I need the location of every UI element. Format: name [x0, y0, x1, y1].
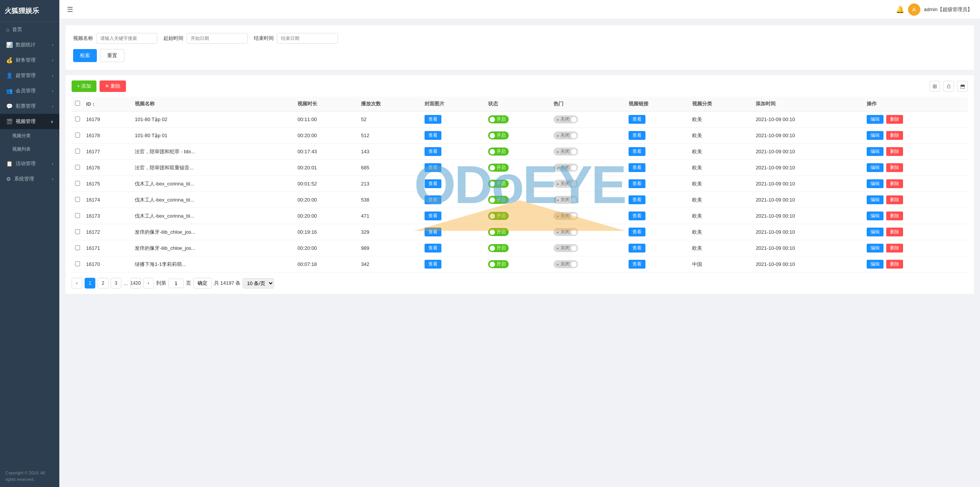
- delete-row-button[interactable]: 删除: [886, 244, 903, 253]
- sidebar-sub-item-video-list[interactable]: 视频列表: [0, 143, 59, 156]
- delete-row-button[interactable]: 删除: [886, 147, 903, 156]
- view-link-button[interactable]: 查看: [629, 228, 645, 236]
- notification-bell-icon[interactable]: 🔔: [896, 5, 904, 14]
- sidebar-sub-item-video-category[interactable]: 视频分类: [0, 129, 59, 143]
- edit-button[interactable]: 编辑: [867, 244, 884, 253]
- search-button[interactable]: 检索: [73, 49, 97, 62]
- view-cover-button[interactable]: 查看: [425, 131, 441, 140]
- page-2-button[interactable]: 2: [98, 278, 108, 289]
- goto-page-input[interactable]: [168, 279, 184, 288]
- view-link-button[interactable]: 查看: [629, 131, 645, 140]
- delete-row-button[interactable]: 删除: [886, 195, 903, 204]
- view-cover-button[interactable]: 查看: [425, 195, 441, 204]
- username-label[interactable]: admin【超级管理员】: [924, 6, 972, 13]
- row-checkbox[interactable]: [75, 213, 80, 218]
- hot-toggle[interactable]: ● 关闭: [554, 260, 578, 268]
- goto-confirm-button[interactable]: 确定: [193, 278, 212, 289]
- status-toggle[interactable]: 开启: [488, 260, 509, 268]
- edit-button[interactable]: 编辑: [867, 228, 884, 236]
- batch-delete-button[interactable]: ✕ 删除: [100, 80, 126, 92]
- view-link-button[interactable]: 查看: [629, 244, 645, 253]
- edit-button[interactable]: 编辑: [867, 115, 884, 124]
- view-cover-button[interactable]: 查看: [425, 244, 441, 253]
- view-link-button[interactable]: 查看: [629, 195, 645, 204]
- sidebar-item-lottery[interactable]: 💬 彩票管理 ›: [0, 98, 59, 114]
- page-3-button[interactable]: 3: [111, 278, 121, 289]
- end-time-input[interactable]: [277, 33, 338, 44]
- row-checkbox[interactable]: [75, 229, 80, 234]
- edit-button[interactable]: 编辑: [867, 195, 884, 204]
- delete-row-button[interactable]: 删除: [886, 212, 903, 220]
- row-checkbox[interactable]: [75, 133, 80, 138]
- sidebar-item-super[interactable]: 👤 超管管理 ›: [0, 68, 59, 83]
- sidebar-item-system[interactable]: ⚙ 系统管理 ›: [0, 171, 59, 187]
- view-cover-button[interactable]: 查看: [425, 147, 441, 156]
- view-cover-button[interactable]: 查看: [425, 228, 441, 236]
- edit-button[interactable]: 编辑: [867, 131, 884, 140]
- view-cover-button[interactable]: 查看: [425, 260, 441, 269]
- sidebar-item-activity[interactable]: 📋 活动管理 ›: [0, 156, 59, 171]
- row-checkbox[interactable]: [75, 261, 80, 266]
- delete-row-button[interactable]: 删除: [886, 115, 903, 124]
- view-link-button[interactable]: 查看: [629, 115, 645, 124]
- view-link-button[interactable]: 查看: [629, 260, 645, 269]
- row-checkbox[interactable]: [75, 245, 80, 250]
- edit-button[interactable]: 编辑: [867, 163, 884, 172]
- view-link-button[interactable]: 查看: [629, 147, 645, 156]
- status-toggle[interactable]: 开启: [488, 148, 509, 156]
- prev-page-button[interactable]: ‹: [72, 278, 82, 289]
- delete-row-button[interactable]: 删除: [886, 228, 903, 236]
- sidebar-item-finance[interactable]: 💰 财务管理 ›: [0, 52, 59, 68]
- reset-button[interactable]: 重置: [100, 49, 124, 62]
- per-page-select[interactable]: 10 条/页 20 条/页 50 条/页: [243, 278, 274, 289]
- status-toggle[interactable]: 开启: [488, 180, 509, 188]
- status-toggle[interactable]: 开启: [488, 196, 509, 204]
- status-toggle[interactable]: 开启: [488, 115, 509, 123]
- sidebar-item-video[interactable]: 🎬 视频管理 ∨: [0, 114, 59, 129]
- row-checkbox[interactable]: [75, 116, 80, 121]
- hot-toggle[interactable]: ● 关闭: [554, 115, 578, 123]
- hot-toggle[interactable]: ● 关闭: [554, 244, 578, 252]
- hot-toggle[interactable]: ● 关闭: [554, 196, 578, 204]
- hot-toggle[interactable]: ● 关闭: [554, 148, 578, 156]
- view-cover-button[interactable]: 查看: [425, 212, 441, 220]
- status-toggle[interactable]: 开启: [488, 244, 509, 252]
- status-toggle[interactable]: 开启: [488, 131, 509, 139]
- sidebar-item-stats[interactable]: 📊 数据统计 ›: [0, 37, 59, 52]
- sidebar-item-home[interactable]: ⌂ 首页: [0, 22, 59, 37]
- add-button[interactable]: + 添加: [72, 80, 96, 92]
- row-checkbox[interactable]: [75, 149, 80, 154]
- hot-toggle[interactable]: ● 关闭: [554, 131, 578, 139]
- view-link-button[interactable]: 查看: [629, 179, 645, 188]
- next-page-button[interactable]: ›: [143, 278, 154, 289]
- view-cover-button[interactable]: 查看: [425, 179, 441, 188]
- edit-button[interactable]: 编辑: [867, 179, 884, 188]
- delete-row-button[interactable]: 删除: [886, 131, 903, 140]
- view-link-button[interactable]: 查看: [629, 212, 645, 220]
- row-checkbox[interactable]: [75, 181, 80, 186]
- start-time-input[interactable]: [186, 33, 248, 44]
- column-setting-icon[interactable]: ⊞: [929, 81, 940, 92]
- status-toggle[interactable]: 开启: [488, 212, 509, 220]
- view-link-button[interactable]: 查看: [629, 163, 645, 172]
- select-all-checkbox[interactable]: [75, 101, 80, 106]
- row-checkbox[interactable]: [75, 165, 80, 170]
- print-icon[interactable]: ⎙: [943, 81, 954, 92]
- delete-row-button[interactable]: 删除: [886, 179, 903, 188]
- page-1-button[interactable]: 1: [85, 278, 95, 289]
- page-last-button[interactable]: 1420: [130, 278, 141, 289]
- hot-toggle[interactable]: ● 关闭: [554, 180, 578, 188]
- hot-toggle[interactable]: ● 关闭: [554, 228, 578, 236]
- row-checkbox[interactable]: [75, 197, 80, 202]
- hot-toggle[interactable]: ● 关闭: [554, 164, 578, 172]
- edit-button[interactable]: 编辑: [867, 260, 884, 269]
- view-cover-button[interactable]: 查看: [425, 163, 441, 172]
- sidebar-item-member[interactable]: 👥 会员管理 ›: [0, 83, 59, 98]
- delete-row-button[interactable]: 删除: [886, 260, 903, 269]
- hot-toggle[interactable]: ● 关闭: [554, 212, 578, 220]
- video-name-input[interactable]: [96, 33, 157, 44]
- edit-button[interactable]: 编辑: [867, 212, 884, 220]
- menu-toggle-icon[interactable]: ☰: [67, 5, 73, 14]
- delete-row-button[interactable]: 删除: [886, 163, 903, 172]
- status-toggle[interactable]: 开启: [488, 228, 509, 236]
